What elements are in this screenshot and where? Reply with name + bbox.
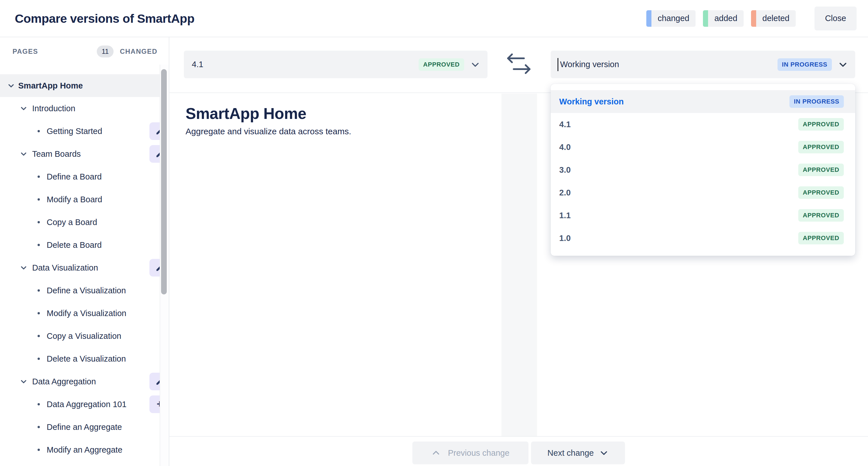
- bullet-icon: [37, 221, 40, 223]
- status-lozenge: APPROVED: [798, 163, 844, 176]
- tree-item-delete-a-visualization[interactable]: Delete a Visualization: [0, 347, 169, 370]
- tree-item-label[interactable]: Getting Started: [47, 127, 102, 136]
- tree-item-label[interactable]: Modify a Board: [47, 195, 102, 204]
- text-cursor: [558, 58, 558, 71]
- bullet-icon: [37, 244, 40, 246]
- chevron-down-icon: [470, 60, 480, 69]
- version-option-4.0[interactable]: 4.0APPROVED: [551, 136, 855, 158]
- tree-item-define-a-board[interactable]: Define a Board: [0, 165, 169, 188]
- compare-versions-screen: Compare versions of SmartApp changedadde…: [0, 0, 868, 466]
- page-tree: SmartApp HomeIntroductionGetting Started…: [0, 74, 169, 461]
- version-option-label[interactable]: 3.0: [559, 165, 570, 175]
- left-version-pane: SmartApp Home Aggregate and visualize da…: [169, 94, 501, 436]
- tree-item-team-boards[interactable]: Team Boards: [0, 143, 169, 165]
- changed-summary: 11 CHANGED: [97, 45, 157, 58]
- sidebar-scrollbar-thumb[interactable]: [161, 69, 167, 294]
- close-button[interactable]: Close: [814, 6, 857, 30]
- tree-item-label[interactable]: Copy a Board: [47, 218, 97, 227]
- tree-item-label[interactable]: Modify a Visualization: [47, 309, 126, 318]
- version-option-1.0[interactable]: 1.0APPROVED: [551, 227, 855, 249]
- version-option-label[interactable]: 4.1: [559, 120, 570, 129]
- bullet-icon: [37, 289, 40, 291]
- tree-item-define-a-visualization[interactable]: Define a Visualization: [0, 279, 169, 302]
- version-option-working-version[interactable]: Working versionIN PROGRESS: [551, 90, 855, 113]
- version-option-3.0[interactable]: 3.0APPROVED: [551, 158, 855, 181]
- pages-label: PAGES: [12, 48, 38, 56]
- chevron-down-icon[interactable]: [20, 105, 27, 112]
- legend-label: changed: [651, 10, 695, 27]
- tree-item-label[interactable]: SmartApp Home: [18, 81, 83, 90]
- document-subtitle: Aggregate and visualize data across team…: [186, 127, 351, 136]
- status-lozenge: APPROVED: [798, 186, 844, 199]
- tree-item-label[interactable]: Modify an Aggregate: [47, 445, 122, 455]
- chevron-down-icon[interactable]: [20, 264, 27, 271]
- tree-item-label[interactable]: Delete a Board: [47, 240, 102, 250]
- chevron-down-icon[interactable]: [7, 82, 15, 89]
- chevron-down-icon: [838, 60, 848, 69]
- right-version-select[interactable]: Working version IN PROGRESS: [551, 51, 855, 78]
- tree-item-copy-a-board[interactable]: Copy a Board: [0, 211, 169, 234]
- tree-item-label[interactable]: Copy a Visualization: [47, 332, 121, 341]
- tree-item-getting-started[interactable]: Getting Started: [0, 120, 169, 143]
- tree-item-copy-a-visualization[interactable]: Copy a Visualization: [0, 324, 169, 347]
- tree-item-label[interactable]: Data Aggregation 101: [47, 400, 127, 409]
- version-option-label[interactable]: 2.0: [559, 188, 570, 197]
- bullet-icon: [37, 312, 40, 314]
- version-option-1.1[interactable]: 1.1APPROVED: [551, 204, 855, 227]
- chevron-down-icon[interactable]: [20, 150, 27, 158]
- tree-item-label[interactable]: Define a Visualization: [47, 286, 126, 295]
- tree-item-modify-an-aggregate[interactable]: Modify an Aggregate: [0, 438, 169, 461]
- status-lozenge: APPROVED: [798, 209, 844, 222]
- left-version-value: 4.1: [192, 60, 203, 69]
- tree-item-label[interactable]: Delete a Visualization: [47, 354, 126, 364]
- tree-item-delete-a-board[interactable]: Delete a Board: [0, 234, 169, 256]
- tree-item-modify-a-board[interactable]: Modify a Board: [0, 188, 169, 211]
- bullet-icon: [37, 448, 40, 451]
- left-version-status-group: APPROVED: [418, 58, 480, 71]
- tree-item-data-aggregation[interactable]: Data Aggregation: [0, 370, 169, 393]
- diff-legend: changedaddeddeleted: [646, 10, 796, 27]
- status-lozenge: IN PROGRESS: [789, 95, 844, 108]
- tree-item-label[interactable]: Team Boards: [32, 149, 81, 159]
- tree-item-data-visualization[interactable]: Data Visualization: [0, 256, 169, 279]
- legend-added: added: [703, 10, 744, 27]
- version-option-label[interactable]: Working version: [559, 97, 624, 106]
- tree-item-label[interactable]: Data Aggregation: [32, 377, 96, 386]
- legend-label: added: [708, 10, 744, 27]
- version-option-2.0[interactable]: 2.0APPROVED: [551, 181, 855, 204]
- version-option-label[interactable]: 4.0: [559, 143, 570, 152]
- left-version-select[interactable]: 4.1 APPROVED: [184, 51, 488, 78]
- tree-item-define-an-aggregate[interactable]: Define an Aggregate: [0, 416, 169, 438]
- changed-color-bar: [646, 10, 651, 27]
- right-version-value: Working version: [560, 60, 619, 69]
- swap-versions-icon[interactable]: [506, 53, 532, 77]
- version-dropdown-menu: Working versionIN PROGRESS4.1APPROVED4.0…: [551, 84, 855, 256]
- version-option-label[interactable]: 1.0: [559, 234, 570, 243]
- pages-header: PAGES 11 CHANGED: [0, 37, 169, 66]
- tree-item-label[interactable]: Introduction: [32, 104, 75, 113]
- next-change-button[interactable]: Next change: [531, 441, 625, 464]
- header-right-controls: changedaddeddeleted Close: [646, 6, 857, 30]
- bullet-icon: [37, 198, 40, 200]
- tree-item-introduction[interactable]: Introduction: [0, 97, 169, 120]
- tree-item-data-aggregation-101[interactable]: Data Aggregation 101+: [0, 393, 169, 416]
- right-version-status-group: IN PROGRESS: [777, 58, 848, 71]
- status-lozenge: APPROVED: [798, 118, 844, 131]
- chevron-down-icon: [599, 448, 609, 458]
- pages-sidebar: PAGES 11 CHANGED SmartApp HomeIntroducti…: [0, 37, 169, 466]
- previous-change-button[interactable]: Previous change: [412, 441, 528, 464]
- page-title: Compare versions of SmartApp: [15, 11, 194, 25]
- legend-label: deleted: [756, 10, 796, 27]
- chevron-down-icon[interactable]: [20, 378, 27, 385]
- deleted-color-bar: [751, 10, 756, 27]
- version-option-4.1[interactable]: 4.1APPROVED: [551, 113, 855, 136]
- header: Compare versions of SmartApp changedadde…: [0, 0, 868, 37]
- tree-item-label[interactable]: Define a Board: [47, 172, 102, 182]
- tree-item-smartapp-home[interactable]: SmartApp Home: [0, 74, 169, 97]
- bullet-icon: [37, 358, 40, 360]
- footer-bar: Previous change Next change: [169, 436, 868, 466]
- tree-item-label[interactable]: Data Visualization: [32, 263, 98, 273]
- tree-item-modify-a-visualization[interactable]: Modify a Visualization: [0, 302, 169, 324]
- tree-item-label[interactable]: Define an Aggregate: [47, 423, 122, 432]
- version-option-label[interactable]: 1.1: [559, 211, 570, 220]
